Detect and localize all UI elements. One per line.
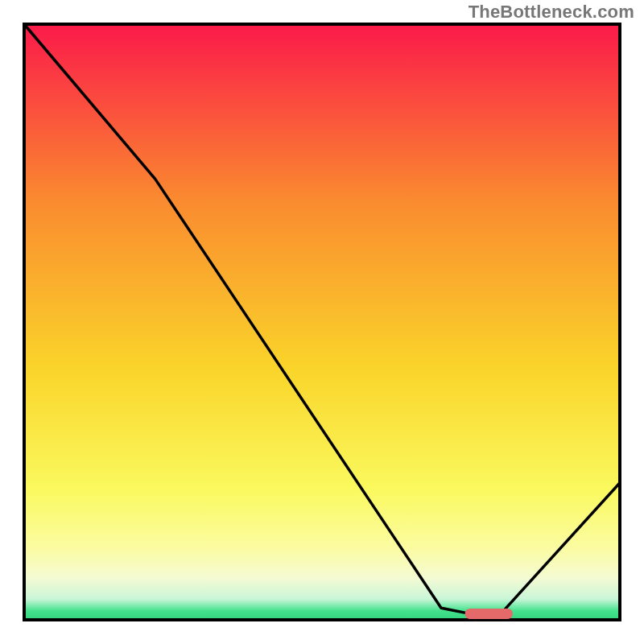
optimal-range-marker (465, 609, 513, 619)
gradient-background (24, 24, 620, 620)
bottleneck-chart (0, 0, 644, 644)
chart-wrap: { "watermark": "TheBottleneck.com", "col… (0, 0, 644, 644)
plot-area (24, 24, 620, 620)
watermark: TheBottleneck.com (469, 2, 634, 23)
